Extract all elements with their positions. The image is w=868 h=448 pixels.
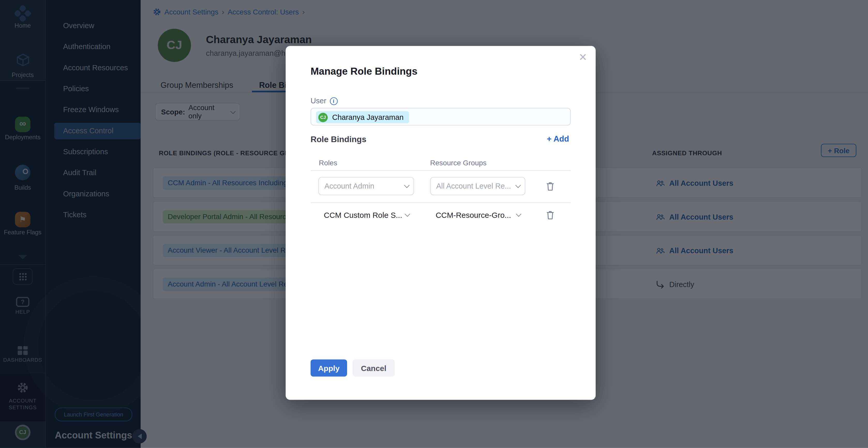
column-header-resource-groups: Resource Groups [430, 159, 487, 167]
chevron-down-icon [404, 183, 409, 188]
modal-table-divider [311, 202, 571, 203]
resource-group-select[interactable]: CCM-Resource-Gro... [430, 206, 525, 224]
chevron-down-icon [404, 211, 410, 217]
user-chip[interactable]: CJ Charanya Jayaraman [316, 111, 409, 123]
resource-group-select[interactable]: All Account Level Re... [430, 177, 525, 195]
close-icon[interactable]: × [579, 50, 587, 64]
info-icon[interactable]: i [330, 97, 338, 105]
user-label-text: User [311, 97, 327, 105]
add-binding-button[interactable]: + Add [547, 134, 569, 143]
modal-table-divider [311, 170, 571, 171]
resource-group-select-value: CCM-Resource-Gro... [436, 210, 511, 219]
column-header-roles: Roles [319, 159, 337, 167]
avatar: CJ [318, 113, 328, 122]
role-binding-row: Account Admin All Account Level Re... [285, 177, 596, 196]
role-binding-row: CCM Custom Role S... CCM-Resource-Gro... [285, 206, 596, 225]
trash-icon[interactable] [546, 181, 555, 192]
trash-icon[interactable] [546, 210, 555, 220]
user-input[interactable]: CJ Charanya Jayaraman [311, 108, 571, 125]
role-select[interactable]: Account Admin [318, 177, 414, 195]
role-select[interactable]: CCM Custom Role S... [318, 206, 414, 224]
cancel-button[interactable]: Cancel [352, 359, 395, 376]
user-chip-name: Charanya Jayaraman [332, 113, 403, 122]
role-select-value: CCM Custom Role S... [324, 210, 402, 219]
apply-button[interactable]: Apply [311, 359, 347, 376]
modal-title: Manage Role Bindings [311, 66, 417, 77]
screen: Home Projects ∞ Deployments Builds ⚑ Fea… [0, 0, 868, 448]
chevron-down-icon [516, 211, 521, 217]
chevron-down-icon [516, 183, 521, 188]
user-field-label: User i [311, 97, 338, 105]
role-select-value: Account Admin [324, 182, 374, 190]
role-bindings-section-heading: Role Bindings [311, 134, 367, 144]
resource-group-select-value: All Account Level Re... [436, 182, 511, 190]
manage-role-bindings-modal: × Manage Role Bindings User i CJ Charany… [285, 46, 596, 400]
